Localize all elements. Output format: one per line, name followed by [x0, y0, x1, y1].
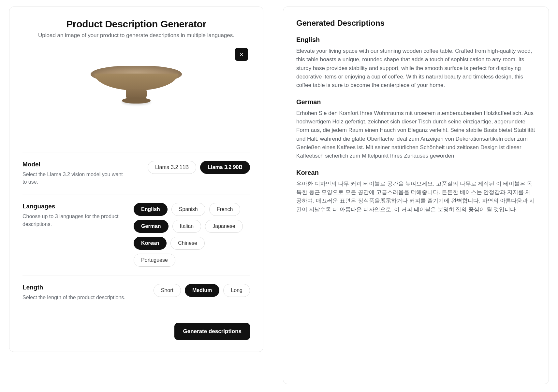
product-image-area [22, 46, 250, 140]
option-pill[interactable]: Chinese [170, 237, 205, 250]
option-pill[interactable]: Llama 3.2 90B [200, 161, 250, 174]
length-section: Length Select the length of the product … [22, 275, 250, 310]
description-block: EnglishElevate your living space with ou… [296, 36, 536, 90]
description-text: Erhöhen Sie den Komfort Ihres Wohnraums … [296, 109, 536, 161]
length-section-desc: Select the length of the product descrip… [22, 294, 127, 301]
option-pill[interactable]: Medium [185, 284, 219, 297]
output-list: EnglishElevate your living space with ou… [296, 36, 536, 214]
description-text: 우아한 디자인의 나무 커피 테이블로 공간을 높여보세요. 고품질의 나무로 … [296, 180, 536, 214]
languages-section-title: Languages [22, 203, 127, 210]
model-options: Llama 3.2 11BLlama 3.2 90B [134, 161, 250, 174]
description-text: Elevate your living space with our stunn… [296, 47, 536, 90]
output-title: Generated Descriptions [296, 19, 536, 28]
description-language: German [296, 98, 536, 106]
product-image [91, 64, 182, 109]
length-options: ShortMediumLong [134, 284, 250, 297]
model-section: Model Select the Llama 3.2 vision model … [22, 152, 250, 194]
option-pill[interactable]: Long [223, 284, 250, 297]
actions-row: Generate descriptions [22, 310, 250, 340]
languages-section-desc: Choose up to 3 languages for the product… [22, 213, 127, 228]
option-pill[interactable]: German [134, 220, 168, 233]
close-icon [239, 52, 244, 57]
output-card: Generated Descriptions EnglishElevate yo… [283, 7, 549, 384]
option-pill[interactable]: Portuguese [134, 254, 175, 267]
model-section-title: Model [22, 161, 127, 168]
option-pill[interactable]: Italian [172, 220, 201, 233]
option-pill[interactable]: Spanish [171, 203, 205, 216]
option-pill[interactable]: English [134, 203, 168, 216]
generator-card: Product Description Generator Upload an … [9, 7, 263, 352]
generate-button[interactable]: Generate descriptions [174, 323, 250, 340]
languages-section: Languages Choose up to 3 languages for t… [22, 194, 250, 275]
description-language: English [296, 36, 536, 44]
description-block: GermanErhöhen Sie den Komfort Ihres Wohn… [296, 98, 536, 161]
option-pill[interactable]: Korean [134, 237, 167, 250]
option-pill[interactable]: French [209, 203, 241, 216]
language-options: EnglishSpanishFrenchGermanItalianJapanes… [134, 203, 250, 267]
length-section-title: Length [22, 284, 127, 291]
generator-title: Product Description Generator [22, 19, 250, 30]
option-pill[interactable]: Japanese [205, 220, 242, 233]
option-pill[interactable]: Short [154, 284, 181, 297]
remove-image-button[interactable] [235, 48, 248, 61]
generator-subtitle: Upload an image of your product to gener… [22, 32, 250, 39]
model-section-desc: Select the Llama 3.2 vision model you wa… [22, 171, 127, 186]
description-language: Korean [296, 169, 536, 176]
option-pill[interactable]: Llama 3.2 11B [148, 161, 196, 174]
description-block: Korean우아한 디자인의 나무 커피 테이블로 공간을 높여보세요. 고품질… [296, 169, 536, 214]
